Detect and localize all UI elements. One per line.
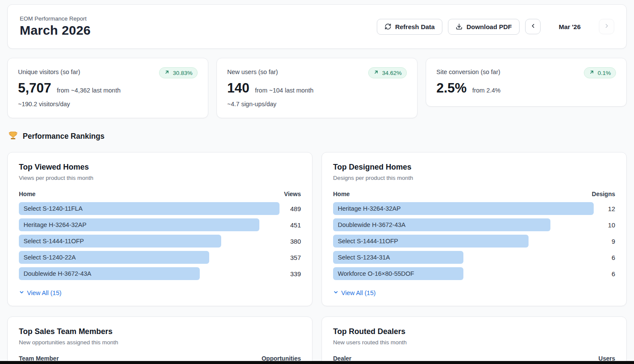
refresh-icon <box>385 23 391 30</box>
bar-label: Heritage H-3264-32AP <box>338 205 401 212</box>
stat-value: 140 <box>227 81 249 96</box>
ranking-bar: Doublewide H-3672-43A <box>333 218 550 231</box>
view-all-label: View All (15) <box>27 289 61 296</box>
section-title: Performance Rankings <box>23 132 105 141</box>
trend-up-icon <box>164 69 170 76</box>
row-value: 10 <box>594 221 615 229</box>
table-row: Select S-1234-31A6 <box>333 251 615 264</box>
bar-label: Select S-1444-11OFP <box>338 238 398 245</box>
header-actions: Refresh Data Download PDF Mar '26 <box>377 19 614 35</box>
report-title-block: EOM Performance Report March 2026 <box>20 15 90 38</box>
ranking-bar: Workforce O-16×80-55DOF <box>333 267 463 280</box>
report-label: EOM Performance Report <box>20 15 90 22</box>
ranking-bar: Heritage H-3264-32AP <box>19 218 259 231</box>
bar-track: Select S-1444-11OFP <box>333 235 594 248</box>
table-row: Doublewide H-3672-43A339 <box>19 267 301 280</box>
chevron-left-icon <box>530 23 536 30</box>
trend-up-icon <box>373 69 379 76</box>
stat-value: 5,707 <box>18 81 51 96</box>
trend-value: 0.1% <box>598 70 611 76</box>
prev-month-button[interactable] <box>525 19 541 34</box>
table-row: Select S-1444-11OFP380 <box>19 235 301 248</box>
trend-badge: 0.1% <box>584 67 616 78</box>
ranking-bar: Heritage H-3264-32AP <box>333 202 594 215</box>
bar-label: Doublewide H-3672-43A <box>338 221 406 228</box>
view-all-label: View All (15) <box>341 289 376 296</box>
top-designed-homes-card: Top Designed Homes Designs per product t… <box>322 152 627 306</box>
bar-track: Heritage H-3264-32AP <box>19 218 279 231</box>
bar-track: Doublewide H-3672-43A <box>333 218 594 231</box>
row-value: 451 <box>279 221 301 229</box>
table-header: Home Designs <box>333 191 615 197</box>
ranking-bar: Select S-1240-22A <box>19 251 209 264</box>
stat-comparison: from ~104 last month <box>255 87 314 94</box>
table-row: Select S-1240-11FLA489 <box>19 202 301 215</box>
bar-label: Select S-1444-11OFP <box>24 238 84 245</box>
rankings-top-row: Top Viewed Homes Views per product this … <box>7 152 627 306</box>
bar-label: Heritage H-3264-32AP <box>24 221 87 228</box>
ranking-bar: Select S-1444-11OFP <box>333 235 529 248</box>
performance-rankings-heading: Performance Rankings <box>8 131 626 142</box>
chevron-right-icon <box>604 23 610 30</box>
stat-value: 2.5% <box>436 81 467 96</box>
row-value: 339 <box>279 270 301 277</box>
card-subtitle: Views per product this month <box>19 175 301 181</box>
top-routed-dealers-card: Top Routed Dealers New users routed this… <box>322 316 627 364</box>
bar-track: Doublewide H-3672-43A <box>19 267 279 280</box>
table-rows: Select S-1240-11FLA489Heritage H-3264-32… <box>19 202 301 280</box>
trend-value: 34.62% <box>382 70 402 76</box>
download-label: Download PDF <box>466 23 512 30</box>
refresh-data-button[interactable]: Refresh Data <box>377 19 443 35</box>
bar-track: Heritage H-3264-32AP <box>333 202 594 215</box>
stats-row: Unique visitors (so far) 30.83% 5,707 fr… <box>7 58 627 118</box>
stat-card-new-users: New users (so far) 34.62% 140 from ~104 … <box>216 58 418 118</box>
bar-track: Select S-1240-11FLA <box>19 202 279 215</box>
chevron-down-icon <box>19 289 24 296</box>
table-row: Heritage H-3264-32AP12 <box>333 202 615 215</box>
top-viewed-homes-card: Top Viewed Homes Views per product this … <box>7 152 312 306</box>
bar-track: Select S-1444-11OFP <box>19 235 279 248</box>
bar-label: Select S-1234-31A <box>338 254 390 261</box>
row-value: 357 <box>279 254 301 261</box>
card-subtitle: New opportunities assigned this month <box>19 339 301 346</box>
row-value: 12 <box>594 205 615 212</box>
report-page: EOM Performance Report March 2026 Refres… <box>0 0 634 364</box>
view-all-link[interactable]: View All (15) <box>333 289 376 296</box>
trend-up-icon <box>589 69 595 76</box>
row-value: 9 <box>594 238 615 245</box>
stat-per-day: ~190.2 visitors/day <box>18 101 198 107</box>
stat-card-unique-visitors: Unique visitors (so far) 30.83% 5,707 fr… <box>7 58 208 118</box>
bar-label: Select S-1240-22A <box>24 254 76 261</box>
row-value: 6 <box>594 270 615 277</box>
value-column-header: Views <box>284 191 301 197</box>
card-title: Top Designed Homes <box>333 163 615 172</box>
stat-comparison: from 2.4% <box>472 87 501 94</box>
ranking-bar: Select S-1444-11OFP <box>19 235 221 248</box>
table-row: Workforce O-16×80-55DOF6 <box>333 267 615 280</box>
card-subtitle: New users routed this month <box>333 339 615 346</box>
next-month-button[interactable] <box>599 19 614 34</box>
ranking-bar: Doublewide H-3672-43A <box>19 267 200 280</box>
stat-per-day: ~4.7 sign-ups/day <box>227 101 407 107</box>
table-row: Select S-1240-22A357 <box>19 251 301 264</box>
trend-badge: 30.83% <box>159 67 198 78</box>
report-header: EOM Performance Report March 2026 Refres… <box>7 4 627 49</box>
stat-comparison: from ~4,362 last month <box>57 87 121 94</box>
row-value: 6 <box>594 254 615 261</box>
rankings-bottom-row: Top Sales Team Members New opportunities… <box>7 316 627 364</box>
chevron-down-icon <box>333 289 339 296</box>
card-title: Top Routed Dealers <box>333 327 615 336</box>
trend-value: 30.83% <box>173 70 192 76</box>
view-all-link[interactable]: View All (15) <box>19 289 61 296</box>
ranking-bar: Select S-1240-11FLA <box>19 202 279 215</box>
ranking-bar: Select S-1234-31A <box>333 251 463 264</box>
bar-track: Select S-1240-22A <box>19 251 279 264</box>
stat-label: Site conversion (so far) <box>436 67 500 75</box>
trend-badge: 34.62% <box>368 67 407 78</box>
stat-label: Unique visitors (so far) <box>18 67 80 75</box>
row-value: 489 <box>279 205 301 212</box>
card-title: Top Viewed Homes <box>19 163 301 172</box>
row-value: 380 <box>279 238 301 245</box>
download-pdf-button[interactable]: Download PDF <box>448 19 520 35</box>
top-sales-team-members-card: Top Sales Team Members New opportunities… <box>7 316 312 364</box>
